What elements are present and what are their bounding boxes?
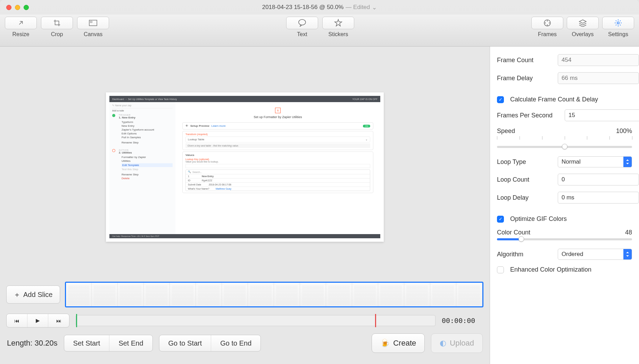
preview-values-label: Values (185, 154, 370, 157)
preview-transform-label: Transform (required) (185, 133, 370, 135)
toolbar-label: Settings (608, 31, 628, 38)
filmstrip-thumb[interactable] (196, 283, 222, 306)
zoom-window-icon[interactable] (24, 5, 29, 10)
filmstrip-thumb[interactable] (378, 283, 404, 306)
loop-count-label: Loop Count (497, 176, 554, 183)
speed-value: 100% (616, 127, 632, 135)
preview-step-item: Rename Step (122, 173, 173, 176)
filmstrip-thumb[interactable] (66, 283, 92, 306)
filmstrip-thumb[interactable] (456, 283, 482, 306)
upload-button[interactable]: ◐Upload (431, 333, 483, 353)
speech-bubble-icon (298, 19, 306, 27)
toolbar-label: Stickers (329, 31, 348, 38)
filmstrip-thumb[interactable] (430, 283, 456, 306)
frame-count-input[interactable] (558, 54, 639, 66)
canvas-button[interactable] (77, 17, 109, 29)
settings-button[interactable] (602, 17, 634, 29)
length-label: Length: 30.20s (7, 339, 58, 348)
preview-step-item: Zapier's Typeform account (122, 128, 173, 131)
preview-wrap: Dashboard → Set Up Utilities Template or… (0, 57, 490, 277)
preview-row: New Entry (202, 175, 214, 177)
preview-step-item: Delete (122, 177, 173, 180)
speed-slider[interactable] (497, 146, 632, 148)
check-icon (112, 114, 115, 117)
svg-point-6 (547, 25, 548, 26)
skip-end-button[interactable]: ⏭ (48, 314, 69, 327)
algorithm-select[interactable]: Ordered (558, 249, 632, 260)
toolbar-label: Canvas (84, 31, 102, 38)
minimize-window-icon[interactable] (15, 5, 20, 10)
filmstrip-thumb[interactable] (144, 283, 170, 306)
loop-type-select[interactable]: Normal (558, 156, 632, 167)
calc-label: Calculate Frame Count & Delay (510, 96, 598, 103)
filmstrip-row: ＋Add Slice (0, 277, 490, 312)
timeline-track[interactable] (76, 315, 435, 326)
loop-delay-input[interactable] (558, 192, 639, 204)
goto-end-button[interactable]: Go to End (211, 335, 260, 351)
preview-row: Matthew Guay (216, 188, 231, 190)
chevron-updown-icon (623, 249, 632, 259)
algorithm-value: Ordered (562, 251, 583, 258)
goto-start-button[interactable]: Go to Start (159, 335, 211, 351)
loop-type-label: Loop Type (497, 158, 554, 166)
fps-label: Frames Per Second (497, 112, 561, 119)
speed-slider-handle[interactable] (562, 144, 567, 149)
filmstrip-thumb[interactable] (352, 283, 378, 306)
filmstrip-thumb[interactable] (248, 283, 274, 306)
frames-button[interactable] (531, 17, 563, 29)
enhanced-checkbox[interactable]: ✓ (497, 266, 504, 273)
set-end-button[interactable]: Set End (109, 335, 152, 351)
layers-icon (579, 19, 587, 27)
close-window-icon[interactable] (6, 5, 11, 10)
toolbar-settings: Settings (602, 17, 634, 38)
loop-count-input[interactable] (558, 174, 639, 185)
play-button[interactable]: ▶ (27, 314, 48, 327)
add-slice-button[interactable]: ＋Add Slice (6, 286, 60, 304)
preview-lookup-help: Value you would like to lookup. (185, 160, 370, 163)
filmstrip-thumb[interactable] (404, 283, 430, 306)
svg-point-4 (547, 20, 548, 22)
toolbar-resize: Resize (5, 17, 37, 38)
preview-setup-preview: Setup Preview (190, 124, 209, 127)
overlays-button[interactable] (567, 17, 599, 29)
filmstrip-thumb[interactable] (326, 283, 352, 306)
color-count-slider[interactable] (497, 238, 632, 240)
color-count-handle[interactable] (518, 236, 524, 242)
content-area: Dashboard → Set Up Utilities Template or… (0, 47, 639, 364)
preview-transform-value: Lookup Table (188, 138, 204, 141)
color-count-fill (497, 238, 521, 240)
fps-input[interactable] (565, 109, 639, 121)
toolbar-right-cluster: Frames Overlays Settings (531, 17, 634, 38)
end-marker[interactable] (375, 314, 376, 327)
calc-checkbox[interactable]: ✓ (497, 96, 504, 103)
frame-delay-input[interactable] (558, 72, 639, 84)
optimize-checkbox[interactable]: ✓ (497, 216, 504, 223)
video-preview[interactable]: Dashboard → Set Up Utilities Template or… (106, 92, 384, 242)
playback-controls: ⏮ ▶ ⏭ (6, 314, 69, 328)
preview-row: 2018-04-23 08:17:08 (209, 183, 231, 186)
filmstrip-thumb[interactable] (222, 283, 248, 306)
color-count-value: 48 (625, 229, 632, 236)
resize-button[interactable] (5, 17, 37, 29)
filmstrip-thumb[interactable] (170, 283, 196, 306)
filmstrip[interactable] (65, 282, 484, 307)
start-marker[interactable] (76, 314, 77, 327)
filmstrip-thumb[interactable] (274, 283, 300, 306)
chevron-updown-icon (623, 157, 632, 167)
crop-button[interactable] (41, 17, 73, 29)
filmstrip-thumb[interactable] (118, 283, 144, 306)
skip-start-button[interactable]: ⏮ (7, 314, 27, 327)
preview-learn-more: Learn more (211, 124, 226, 127)
enhanced-label: Enhanced Color Optimization (510, 266, 591, 273)
preview-step-item: Rename Step (122, 141, 173, 144)
stickers-button[interactable] (322, 17, 354, 29)
goto-buttons: Go to Start Go to End (159, 335, 261, 351)
set-start-button[interactable]: Set Start (64, 335, 110, 351)
text-button[interactable] (286, 17, 318, 29)
resize-icon (17, 19, 25, 27)
filmstrip-thumb[interactable] (300, 283, 326, 306)
create-button[interactable]: 🍺Create (372, 333, 425, 353)
filmstrip-thumb[interactable] (92, 283, 118, 306)
chevron-down-icon[interactable]: ⌄ (372, 4, 377, 11)
toolbar: Resize Crop Canvas Text Stickers Frames (0, 15, 639, 47)
